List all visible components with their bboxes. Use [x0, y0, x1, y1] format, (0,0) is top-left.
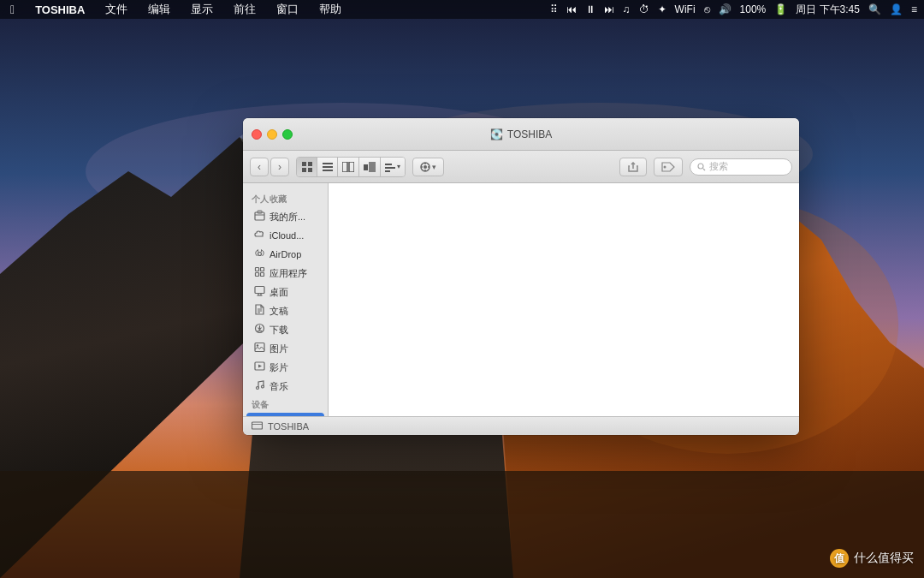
menu-extra-wifi: WiFi [675, 3, 696, 15]
menubar-left:  TOSHIBA 文件 编辑 显示 前往 窗口 帮助 [7, 0, 345, 19]
sidebar-item-pictures[interactable]: 图片 [246, 339, 324, 358]
sidebar-label-applications: 应用程序 [270, 267, 307, 280]
myfiles-icon [253, 210, 265, 223]
sidebar-label-airdrop: AirDrop [270, 249, 301, 259]
sidebar-item-applications[interactable]: 应用程序 [246, 264, 324, 283]
sidebar-section-devices: 设备 [243, 396, 328, 413]
go-menu[interactable]: 前往 [230, 0, 259, 19]
menu-extra-grid: ⠿ [550, 3, 558, 15]
sidebar-label-icloud: iCloud... [270, 230, 304, 241]
watermark: 值 什么值得买 [830, 549, 914, 568]
search-icon [697, 163, 706, 171]
help-menu[interactable]: 帮助 [316, 0, 345, 19]
svg-rect-15 [323, 166, 333, 168]
forward-button[interactable]: › [270, 158, 289, 176]
svg-marker-54 [258, 365, 262, 368]
watermark-icon: 值 [830, 549, 849, 568]
action-button[interactable]: ▾ [412, 158, 444, 176]
back-button[interactable]: ‹ [250, 158, 269, 176]
share-button[interactable] [619, 158, 647, 176]
maximize-button[interactable] [282, 129, 293, 140]
status-bar: TOSHIBA [243, 416, 799, 435]
edit-menu[interactable]: 编辑 [145, 0, 174, 19]
svg-point-52 [256, 344, 258, 346]
sidebar-section-favorites: 个人收藏 [243, 190, 328, 207]
search-icon[interactable]: 🔍 [868, 3, 881, 15]
file-menu[interactable]: 文件 [102, 0, 131, 19]
traffic-lights [252, 129, 293, 140]
music-icon [253, 379, 265, 393]
sidebar-label-downloads: 下载 [270, 324, 288, 337]
svg-rect-11 [308, 162, 312, 166]
clock-display: 周日 下午3:45 [796, 3, 860, 17]
downloads-icon [253, 323, 265, 337]
battery-indicator: 100% [740, 3, 767, 15]
svg-line-33 [703, 169, 705, 170]
menu-extra-airplay: ⎋ [704, 3, 710, 15]
arrange-button[interactable]: ▾ [381, 158, 405, 176]
svg-rect-39 [255, 273, 258, 277]
sidebar-item-icloud[interactable]: iCloud... [246, 226, 324, 245]
svg-rect-59 [252, 422, 263, 429]
control-strip[interactable]: ≡ [911, 3, 917, 15]
svg-point-32 [698, 164, 703, 169]
column-view-button[interactable] [338, 158, 359, 176]
sidebar-item-movies[interactable]: 影片 [246, 358, 324, 377]
view-menu[interactable]: 显示 [187, 0, 216, 19]
svg-rect-16 [323, 170, 333, 171]
svg-point-56 [261, 385, 264, 388]
svg-rect-8 [0, 471, 924, 578]
sidebar-item-music[interactable]: 音乐 [246, 377, 324, 396]
window-title-icon: 💽 [490, 128, 503, 140]
svg-rect-40 [260, 273, 264, 277]
svg-rect-37 [255, 268, 258, 271]
user-avatar[interactable]: 👤 [890, 3, 903, 15]
apple-menu[interactable]:  [7, 1, 18, 18]
sidebar-item-documents[interactable]: 文稿 [246, 301, 324, 320]
desktop-icon [253, 285, 265, 299]
minimize-button[interactable] [267, 129, 277, 140]
search-box[interactable]: 搜索 [690, 158, 792, 176]
svg-rect-20 [369, 162, 376, 172]
svg-rect-41 [255, 287, 264, 294]
sidebar-label-pictures: 图片 [270, 343, 288, 355]
label-button[interactable] [654, 158, 683, 176]
close-button[interactable] [252, 129, 262, 140]
battery-icon: 🔋 [774, 3, 787, 15]
svg-point-36 [258, 253, 261, 256]
file-area[interactable] [329, 183, 799, 416]
sidebar-label-myfiles: 我的所... [270, 211, 305, 223]
sidebar-label-desktop: 桌面 [270, 286, 288, 299]
nav-buttons: ‹ › [250, 158, 289, 176]
window-menu[interactable]: 窗口 [273, 0, 302, 19]
sidebar-item-desktop[interactable]: 桌面 [246, 283, 324, 301]
sidebar-item-downloads[interactable]: 下载 [246, 320, 324, 339]
svg-rect-10 [302, 162, 306, 166]
titlebar: 💽 TOSHIBA [243, 118, 799, 151]
svg-rect-13 [308, 168, 312, 172]
finder-window: 💽 TOSHIBA ‹ › ▾ [243, 118, 799, 435]
status-drive-icon [252, 420, 263, 432]
menubar-right: ⠿ ⏮ ⏸ ⏭ ♫ ⏱ ✦ WiFi ⎋ 🔊 100% 🔋 周日 下午3:45 … [550, 3, 917, 17]
list-view-button[interactable] [317, 158, 338, 176]
app-name-menu[interactable]: TOSHIBA [32, 2, 88, 18]
svg-point-31 [664, 165, 666, 168]
cover-flow-button[interactable] [359, 158, 381, 176]
sidebar-item-myfiles[interactable]: 我的所... [246, 207, 324, 226]
icloud-icon [253, 229, 265, 242]
status-text: TOSHIBA [268, 421, 309, 432]
icon-view-button[interactable] [297, 158, 317, 176]
sidebar-label-documents: 文稿 [270, 305, 288, 318]
sidebar-item-airdrop[interactable]: AirDrop [246, 245, 324, 264]
menu-extra-fastfwd: ⏭ [604, 3, 614, 15]
search-placeholder: 搜索 [709, 160, 728, 173]
window-title: 💽 TOSHIBA [490, 128, 552, 140]
svg-rect-51 [255, 343, 264, 352]
menu-extra-rewind: ⏮ [566, 3, 577, 15]
svg-rect-12 [302, 168, 306, 172]
watermark-text: 什么值得买 [854, 551, 914, 566]
menu-extra-volume: 🔊 [719, 3, 732, 15]
svg-point-55 [256, 387, 258, 390]
movies-icon [253, 361, 265, 374]
menu-extra-bluetooth: ✦ [658, 3, 666, 15]
